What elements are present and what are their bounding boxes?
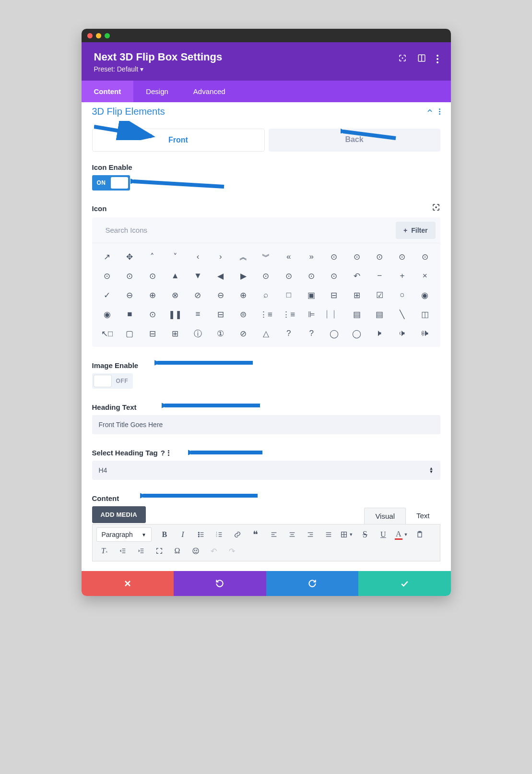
icon-option[interactable]: ⋮≡ xyxy=(255,305,277,324)
filter-button[interactable]: + Filter xyxy=(396,222,435,239)
align-left-button[interactable] xyxy=(266,527,282,542)
undo-changes-button[interactable] xyxy=(174,571,266,596)
icon-option[interactable]: ‹ xyxy=(187,247,209,266)
icon-option[interactable]: ˅ xyxy=(164,247,186,266)
icon-option[interactable]: ✓ xyxy=(96,286,118,305)
icon-option[interactable]: × xyxy=(414,266,436,286)
heading-text-input[interactable] xyxy=(92,415,440,434)
icon-option[interactable]: ⊜ xyxy=(232,305,254,324)
icon-option[interactable]: ◀ xyxy=(209,266,232,286)
icon-option[interactable]: ⊟ xyxy=(209,305,232,324)
icon-option[interactable]: △ xyxy=(255,324,277,343)
icon-option[interactable]: ︽ xyxy=(232,247,254,266)
layout-icon[interactable] xyxy=(417,54,426,64)
bold-button[interactable]: B xyxy=(156,527,173,542)
kebab-icon[interactable] xyxy=(437,55,438,63)
add-media-button[interactable]: ADD MEDIA xyxy=(92,506,146,523)
icon-option[interactable]: ❚❚ xyxy=(164,305,186,324)
icon-option[interactable]: ☑ xyxy=(368,286,390,305)
icon-option[interactable]: ⊙ xyxy=(323,247,345,266)
icon-option[interactable]: ⊙ xyxy=(141,266,164,286)
icon-option[interactable]: ⋮≡ xyxy=(277,305,300,324)
link-button[interactable] xyxy=(229,527,246,542)
undo-button[interactable]: ↶ xyxy=(206,544,222,558)
icon-option[interactable]: ▼ xyxy=(187,266,209,286)
kebab-icon[interactable] xyxy=(168,450,169,456)
icon-option[interactable]: ▣ xyxy=(300,286,322,305)
icon-option[interactable]: ▶ xyxy=(232,266,254,286)
icon-option[interactable]: 🕩 xyxy=(391,324,414,343)
clear-format-button[interactable]: Tₓ xyxy=(96,544,113,558)
icon-option[interactable]: ⊙ xyxy=(414,247,436,266)
paste-text-button[interactable] xyxy=(412,527,428,542)
icon-option[interactable]: ⊟ xyxy=(141,324,164,343)
icon-option[interactable]: ? xyxy=(277,324,300,343)
quote-button[interactable]: ❝ xyxy=(248,527,264,542)
redo-button[interactable]: ↷ xyxy=(224,544,240,558)
icon-option[interactable]: ⊙ xyxy=(323,266,345,286)
strikethrough-button[interactable]: S xyxy=(357,527,373,542)
icon-option[interactable]: ■ xyxy=(118,305,141,324)
fullscreen-icon[interactable] xyxy=(432,203,440,214)
window-max-dot[interactable] xyxy=(105,33,110,38)
icon-option[interactable]: ⊟ xyxy=(323,286,345,305)
icon-option[interactable]: ◫ xyxy=(414,305,436,324)
align-center-button[interactable] xyxy=(284,527,300,542)
icon-option[interactable]: ⊙ xyxy=(277,266,300,286)
table-button[interactable]: ▼ xyxy=(339,527,355,542)
icon-option[interactable]: ▤ xyxy=(368,305,390,324)
icon-option[interactable]: ⊙ xyxy=(141,305,164,324)
expand-icon[interactable] xyxy=(398,54,407,64)
cancel-button[interactable] xyxy=(82,571,174,596)
special-char-button[interactable]: Ω xyxy=(169,544,186,558)
icon-option[interactable]: 🕨 xyxy=(368,324,390,343)
icon-option[interactable]: ⓘ xyxy=(187,324,209,343)
icon-option[interactable]: ⊕ xyxy=(141,286,164,305)
window-min-dot[interactable] xyxy=(96,33,101,38)
justify-button[interactable] xyxy=(320,527,337,542)
tab-design[interactable]: Design xyxy=(133,81,181,102)
underline-button[interactable]: U xyxy=(375,527,391,542)
icon-enable-toggle[interactable]: ON xyxy=(92,175,130,191)
fullscreen-button[interactable] xyxy=(151,544,167,558)
icon-option[interactable]: ︾ xyxy=(255,247,277,266)
chevron-up-icon[interactable] xyxy=(426,107,433,116)
icon-option[interactable]: ˄ xyxy=(141,247,164,266)
icon-option[interactable]: ≡ xyxy=(187,305,209,324)
icon-option[interactable]: ◉ xyxy=(414,286,436,305)
italic-button[interactable]: I xyxy=(175,527,191,542)
icon-option[interactable]: ▲ xyxy=(164,266,186,286)
subtab-front[interactable]: Front xyxy=(92,129,265,152)
icon-option[interactable]: ? xyxy=(300,324,322,343)
icon-option[interactable]: » xyxy=(300,247,322,266)
align-right-button[interactable] xyxy=(302,527,319,542)
icon-option[interactable]: ⊫ xyxy=(300,305,322,324)
icon-option[interactable]: ⊕ xyxy=(232,286,254,305)
icon-option[interactable]: ① xyxy=(209,324,232,343)
indent-button[interactable] xyxy=(133,544,149,558)
icon-option[interactable]: ⊙ xyxy=(96,266,118,286)
icon-option[interactable]: ▢ xyxy=(118,324,141,343)
icon-option[interactable]: ⊙ xyxy=(300,266,322,286)
icon-option[interactable]: ↖□ xyxy=(96,324,118,343)
image-enable-toggle[interactable]: OFF xyxy=(92,373,133,389)
icon-option[interactable]: □ xyxy=(277,286,300,305)
text-color-button[interactable]: A▼ xyxy=(393,527,410,542)
help-icon[interactable]: ? xyxy=(161,449,165,457)
window-close-dot[interactable] xyxy=(87,33,93,38)
editor-tab-text[interactable]: Text xyxy=(406,508,440,524)
icon-option[interactable]: ⌕ xyxy=(255,286,277,305)
icon-option[interactable]: 🕪 xyxy=(414,324,436,343)
icon-option[interactable]: ╲ xyxy=(391,305,414,324)
bullet-list-button[interactable] xyxy=(193,527,209,542)
icon-option[interactable]: ⎸⎸ xyxy=(323,305,345,324)
icon-option[interactable]: ⊙ xyxy=(345,247,368,266)
icon-option[interactable]: ⊙ xyxy=(391,247,414,266)
tab-content[interactable]: Content xyxy=(82,81,134,102)
icon-option[interactable]: ◯ xyxy=(323,324,345,343)
icon-option[interactable]: ⊙ xyxy=(255,266,277,286)
icon-option[interactable]: ⊙ xyxy=(118,266,141,286)
icon-option[interactable]: ✥ xyxy=(118,247,141,266)
icon-option[interactable]: ⊖ xyxy=(118,286,141,305)
icon-option[interactable]: ↶ xyxy=(345,266,368,286)
